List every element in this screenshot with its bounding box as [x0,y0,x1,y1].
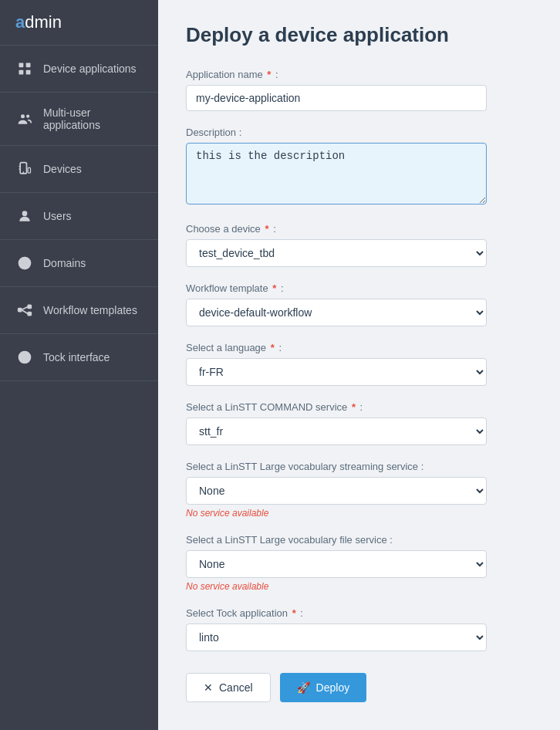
users-icon [15,207,34,225]
linstt-large-file-group: Select a LinSTT Large vocabulary file se… [186,534,532,592]
description-textarea[interactable]: this is the description [186,143,487,204]
logo-text: dmin [25,12,62,32]
select-language-group: Select a language * : fr-FR [186,342,532,386]
linstt-command-select[interactable]: stt_fr [186,417,487,445]
description-group: Description : this is the description [186,127,532,208]
grid-icon [15,59,34,78]
cancel-label: Cancel [219,681,253,694]
cancel-icon: ✕ [204,681,213,694]
sidebar-item-devices[interactable]: Devices [0,146,158,193]
svg-point-4 [21,114,25,118]
sidebar-label-domains: Domains [43,257,86,269]
linstt-large-file-label: Select a LinSTT Large vocabulary file se… [186,534,532,546]
app-name-required: * [267,69,271,80]
svg-point-5 [26,115,29,118]
app-name-group: Application name * : [186,69,532,111]
device-icon [15,160,34,178]
tock-app-label: Select Tock application * : [186,607,532,619]
choose-device-group: Choose a device * : test_device_tbd [186,223,532,267]
sidebar-item-domains[interactable]: Domains [0,240,158,287]
sidebar-item-users[interactable]: Users [0,193,158,240]
sidebar: admin Device applications Multi-user app… [0,0,158,730]
linstt-large-streaming-label: Select a LinSTT Large vocabulary streami… [186,461,532,472]
page-title: Deploy a device application [186,23,532,47]
svg-rect-14 [28,305,31,308]
svg-line-16 [22,306,28,309]
logo-accent: a [15,12,25,32]
tock-icon [15,348,34,367]
sidebar-nav: Device applications Multi-user applicati… [0,46,158,381]
sidebar-label-tock-interface: Tock interface [43,351,110,363]
workflow-template-required: * [272,282,276,294]
sidebar-item-device-applications[interactable]: Device applications [0,46,158,93]
sidebar-item-tock-interface[interactable]: Tock interface [0,334,158,381]
svg-rect-1 [26,63,31,68]
deploy-label: Deploy [316,681,350,694]
app-logo: admin [0,0,158,46]
sidebar-item-workflow-templates[interactable]: Workflow templates [0,287,158,334]
svg-rect-13 [19,309,22,312]
workflow-template-group: Workflow template * : device-default-wor… [186,282,532,326]
linstt-command-required: * [352,401,356,413]
svg-line-17 [22,310,28,314]
deploy-button[interactable]: 🚀 Deploy [280,673,367,702]
group-icon [15,110,34,128]
svg-rect-15 [28,313,31,316]
app-name-label: Application name * : [186,69,532,80]
svg-rect-0 [19,63,24,68]
linstt-large-streaming-select[interactable]: None [186,477,487,505]
sidebar-label-workflow-templates: Workflow templates [43,304,137,316]
workflow-template-select[interactable]: device-default-workflow [186,299,487,326]
linstt-large-file-error: No service available [186,581,532,592]
svg-rect-2 [19,70,24,75]
linstt-command-label: Select a LinSTT COMMAND service * : [186,401,532,413]
workflow-icon [15,301,34,319]
select-language-select[interactable]: fr-FR [186,358,487,386]
choose-device-required: * [265,223,268,235]
svg-point-9 [22,211,28,216]
svg-rect-3 [26,70,31,75]
sidebar-label-device-applications: Device applications [43,63,137,75]
sidebar-item-multi-user-applications[interactable]: Multi-user applications [0,93,158,146]
linstt-large-file-select[interactable]: None [186,550,487,578]
globe-icon [15,254,34,272]
app-name-input[interactable] [186,85,487,111]
sidebar-label-devices: Devices [43,163,82,175]
form-actions: ✕ Cancel 🚀 Deploy [186,673,532,702]
tock-app-group: Select Tock application * : linto [186,607,532,651]
linstt-command-group: Select a LinSTT COMMAND service * : stt_… [186,401,532,445]
main-content: Deploy a device application Application … [158,0,560,730]
linstt-large-streaming-error: No service available [186,508,532,519]
choose-device-label: Choose a device * : [186,223,532,235]
workflow-template-label: Workflow template * : [186,282,532,294]
sidebar-label-users: Users [43,210,72,222]
svg-rect-8 [28,167,30,173]
description-label: Description : [186,127,532,138]
deploy-icon: 🚀 [297,681,310,694]
choose-device-select[interactable]: test_device_tbd [186,239,487,267]
tock-app-required: * [292,607,296,619]
svg-point-7 [23,171,25,173]
select-language-label: Select a language * : [186,342,532,353]
select-language-required: * [271,342,275,353]
linstt-large-streaming-group: Select a LinSTT Large vocabulary streami… [186,461,532,519]
cancel-button[interactable]: ✕ Cancel [186,673,271,702]
tock-app-select[interactable]: linto [186,624,487,651]
sidebar-label-multi-user-applications: Multi-user applications [43,106,143,131]
